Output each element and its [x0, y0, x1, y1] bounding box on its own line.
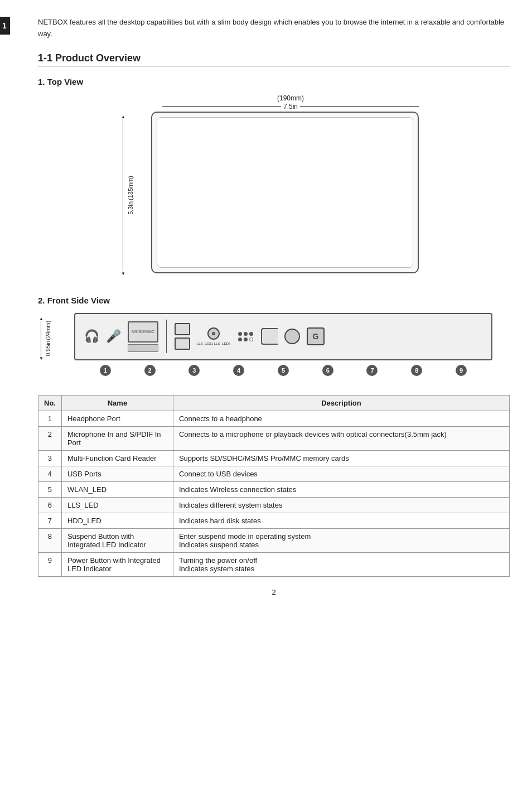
dim-tick-vertical [166, 320, 167, 353]
lls-led1-label: LLS_LED1 [197, 342, 213, 345]
cell-name-6: LLS_LED [61, 497, 173, 513]
led-dot-2 [244, 332, 248, 336]
table-header-desc: Description [173, 395, 509, 411]
dim-width-in: 7.5in [281, 103, 300, 110]
top-dim-label: (190mm) 7.5in [162, 94, 419, 110]
cell-no-3: 3 [38, 450, 62, 466]
chapter-number: 1 [2, 21, 8, 30]
page-footer: 2 [38, 588, 510, 596]
component-table: No. Name Description 1Headphone PortConn… [38, 395, 510, 577]
front-dim-annot: ▲ ▼ (24mm) 0.95in [39, 316, 51, 361]
cell-desc-5: Indicates Wireless connection states [173, 481, 509, 497]
card-slot: MS/SD/MMC [128, 321, 158, 343]
chapter-tab: 1 [0, 17, 10, 35]
vert-dim-group: ▲ ▼ (135mm) 5.3in [121, 112, 134, 279]
badge-2: 2 [144, 365, 156, 376]
led-dot-1 [238, 332, 242, 336]
power-button[interactable]: G [307, 327, 325, 345]
front-diagram-wrapper: ▲ ▼ (24mm) 0.95in 🎧 🎤 [38, 313, 510, 378]
table-row: 2Microphone In and S/PDIF In PortConnect… [38, 426, 510, 450]
led-dot-6 [249, 338, 253, 341]
cell-no-4: 4 [38, 466, 62, 481]
usb-slot-2 [175, 338, 190, 350]
suspend-button[interactable] [284, 329, 300, 344]
table-row: 7HDD_LEDIndicates hard disk states [38, 513, 510, 528]
table-row: 8Suspend Button with Integrated LED Indi… [38, 528, 510, 552]
front-height-mm: (24mm) [45, 321, 51, 340]
device-inner [157, 117, 413, 268]
badge-3: 3 [188, 365, 200, 376]
led-dot-grid [237, 331, 254, 343]
power-icon: G [313, 332, 319, 341]
cell-no-5: 5 [38, 481, 62, 497]
front-device-box: 🎧 🎤 MS/SD/MMC [74, 313, 492, 360]
headphone-icon: 🎧 [84, 329, 99, 344]
port-4-usb [175, 323, 190, 350]
led-dot-4 [238, 338, 242, 341]
table-row: 4USB PortsConnect to USB devices [38, 466, 510, 481]
port-8-suspend [284, 329, 300, 344]
cell-no-2: 2 [38, 426, 62, 450]
cell-name-7: HDD_LED [61, 513, 173, 528]
cell-desc-2: Connects to a microphone or playback dev… [173, 426, 509, 450]
port-6-lls [237, 331, 254, 343]
device-top-view [151, 112, 419, 273]
port-5-wlan: LLS_LED1 LLS_LED5 [197, 327, 230, 345]
lls-labels: LLS_LED1 LLS_LED5 [197, 342, 230, 345]
led-dot-3 [249, 332, 253, 336]
cell-no-6: 6 [38, 497, 62, 513]
cell-no-9: 9 [38, 552, 62, 576]
cell-no-7: 7 [38, 513, 62, 528]
card-slot-2 [128, 344, 158, 352]
port-2-mic: 🎤 [106, 329, 121, 344]
badge-9: 9 [456, 365, 467, 376]
table-row: 5WLAN_LEDIndicates Wireless connection s… [38, 481, 510, 497]
page-number: 2 [272, 588, 275, 596]
lls-led5-label: LLS_LED5 [214, 342, 230, 345]
cell-desc-7: Indicates hard disk states [173, 513, 509, 528]
table-row: 6LLS_LEDIndicates different system state… [38, 497, 510, 513]
wlan-port-circle [207, 327, 220, 340]
top-view-diagram: ▲ ▼ (135mm) 5.3in [118, 112, 430, 279]
top-view-diagram-container: (190mm) 7.5in ▲ ▼ (135mm) 5 [38, 94, 510, 279]
cell-desc-8: Enter suspend mode in operating systemIn… [173, 528, 509, 552]
port-9-power: G [307, 327, 325, 345]
mic-icon: 🎤 [106, 329, 121, 344]
cell-name-9: Power Button with Integrated LED Indicat… [61, 552, 173, 576]
table-row: 3Multi-Function Card ReaderSupports SD/S… [38, 450, 510, 466]
port-3-cardreader: MS/SD/MMC [128, 321, 158, 352]
usb-slot-1 [175, 323, 190, 335]
table-row: 1Headphone PortConnects to a headphone [38, 411, 510, 426]
badge-6: 6 [322, 365, 333, 376]
table-header-name: Name [61, 395, 173, 411]
cell-name-1: Headphone Port [61, 411, 173, 426]
badge-8: 8 [411, 365, 422, 376]
cell-name-3: Multi-Function Card Reader [61, 450, 173, 466]
top-view-title: 1. Top View [38, 77, 510, 86]
cell-desc-9: Turning the power on/offIndicates system… [173, 552, 509, 576]
dim-height-mm: (135mm) [127, 176, 134, 200]
front-view-section: ▲ ▼ (24mm) 0.95in 🎧 🎤 [38, 313, 510, 378]
cell-desc-4: Connect to USB devices [173, 466, 509, 481]
badges-row: 1 2 3 4 5 6 7 8 9 [74, 363, 492, 378]
ms-sd-mmc-label: MS/SD/MMC [132, 330, 154, 334]
badge-1: 1 [100, 365, 111, 376]
front-view-title: 2. Front Side View [38, 296, 510, 305]
badge-7: 7 [366, 365, 378, 376]
led-dot-5 [244, 338, 248, 341]
intro-paragraph: NETBOX features all the desktop capabili… [38, 17, 510, 40]
table-row: 9Power Button with Integrated LED Indica… [38, 552, 510, 576]
cell-name-2: Microphone In and S/PDIF In Port [61, 426, 173, 450]
cell-no-1: 1 [38, 411, 62, 426]
port-7-hdd [261, 328, 278, 345]
cell-desc-6: Indicates different system states [173, 497, 509, 513]
cell-name-5: WLAN_LED [61, 481, 173, 497]
cell-name-4: USB Ports [61, 466, 173, 481]
port-1-headphone: 🎧 [84, 329, 99, 344]
badge-4: 4 [233, 365, 244, 376]
wlan-led-dot [212, 332, 215, 335]
dim-width-mm: (190mm) [277, 94, 304, 102]
front-height-in: 0.95in [45, 341, 51, 356]
cell-name-8: Suspend Button with Integrated LED Indic… [61, 528, 173, 552]
cell-desc-1: Connects to a headphone [173, 411, 509, 426]
